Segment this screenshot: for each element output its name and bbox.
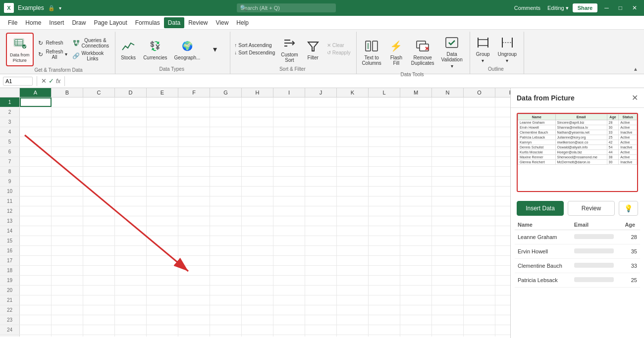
cell[interactable] (337, 325, 369, 335)
cell[interactable] (495, 246, 510, 255)
cell[interactable] (495, 305, 510, 315)
cell[interactable] (20, 305, 52, 315)
editing-button[interactable]: Editing ▾ (547, 5, 569, 11)
cell[interactable] (432, 286, 464, 295)
col-header-M[interactable]: M (400, 88, 432, 97)
cell[interactable] (464, 246, 495, 255)
cell[interactable] (52, 276, 83, 285)
cell[interactable] (242, 246, 273, 255)
cell[interactable] (273, 325, 305, 335)
cell[interactable] (337, 236, 369, 245)
cell[interactable] (305, 187, 337, 196)
cell[interactable] (20, 256, 52, 265)
cell[interactable] (210, 107, 242, 117)
cell[interactable] (210, 147, 242, 156)
cell[interactable] (305, 226, 337, 236)
cell[interactable] (52, 107, 83, 117)
cell[interactable] (464, 266, 495, 275)
col-header-B[interactable]: B (52, 88, 83, 97)
cell[interactable] (115, 246, 147, 255)
cell[interactable] (20, 246, 52, 255)
cell[interactable] (369, 286, 400, 295)
cell[interactable] (464, 206, 495, 216)
cell[interactable] (432, 137, 464, 146)
cell[interactable] (432, 325, 464, 335)
cell[interactable] (83, 206, 115, 216)
sort-descending-button[interactable]: ↓ Sort Descending (232, 49, 277, 56)
cell[interactable] (432, 147, 464, 156)
cell[interactable] (273, 97, 305, 107)
cell[interactable] (52, 236, 83, 245)
cell[interactable] (115, 325, 147, 335)
cell[interactable] (178, 335, 210, 337)
currencies-button[interactable]: 💱 Currencies (140, 36, 170, 62)
window-close-icon[interactable]: ✕ (629, 4, 640, 11)
cell[interactable] (273, 157, 305, 166)
cell[interactable] (147, 335, 178, 337)
cell[interactable] (210, 246, 242, 255)
cell[interactable] (495, 117, 510, 127)
cell[interactable] (400, 276, 432, 285)
cell[interactable] (305, 305, 337, 315)
cell[interactable] (210, 177, 242, 186)
cell[interactable] (495, 295, 510, 305)
cell[interactable] (369, 137, 400, 146)
cell[interactable] (305, 107, 337, 117)
cell[interactable] (178, 216, 210, 226)
cell[interactable] (242, 117, 273, 127)
cell[interactable] (115, 335, 147, 337)
cell[interactable] (369, 216, 400, 226)
cell[interactable] (242, 107, 273, 117)
cell[interactable] (369, 335, 400, 337)
cell[interactable] (337, 315, 369, 325)
cell[interactable] (400, 147, 432, 156)
cell[interactable] (400, 305, 432, 315)
cell[interactable] (147, 206, 178, 216)
menu-page-layout[interactable]: Page Layout (90, 17, 131, 28)
cell[interactable] (400, 256, 432, 265)
cell[interactable] (52, 295, 83, 305)
cell[interactable] (400, 97, 432, 107)
cell[interactable] (400, 236, 432, 245)
cell[interactable] (242, 315, 273, 325)
cell[interactable] (305, 127, 337, 137)
cell[interactable] (305, 117, 337, 127)
cell[interactable] (115, 206, 147, 216)
cell[interactable] (432, 226, 464, 236)
cell[interactable] (20, 295, 52, 305)
cell[interactable] (273, 187, 305, 196)
cell[interactable] (52, 147, 83, 156)
cell[interactable] (115, 137, 147, 146)
cell[interactable] (337, 335, 369, 337)
cell[interactable] (147, 266, 178, 275)
cell[interactable] (369, 97, 400, 107)
formula-fx-icon[interactable]: fx (56, 78, 60, 85)
formula-cancel-icon[interactable]: ✕ (41, 77, 47, 85)
cell-reference-input[interactable] (3, 77, 33, 86)
cell[interactable] (147, 117, 178, 127)
cell[interactable] (20, 157, 52, 166)
cell[interactable] (52, 196, 83, 206)
cell[interactable] (210, 137, 242, 146)
cell[interactable] (242, 276, 273, 285)
cell[interactable] (52, 97, 83, 107)
cell[interactable] (242, 286, 273, 295)
cell[interactable] (20, 147, 52, 156)
cell[interactable] (242, 97, 273, 107)
menu-data[interactable]: Data (164, 17, 184, 28)
cell[interactable] (20, 187, 52, 196)
cell[interactable] (147, 325, 178, 335)
cell[interactable] (83, 286, 115, 295)
cell[interactable] (337, 286, 369, 295)
cell[interactable] (337, 226, 369, 236)
cell[interactable] (432, 107, 464, 117)
cell[interactable] (178, 187, 210, 196)
menu-draw[interactable]: Draw (68, 17, 90, 28)
cell[interactable] (178, 177, 210, 186)
menu-insert[interactable]: Insert (45, 17, 68, 28)
cell[interactable] (20, 216, 52, 226)
cell[interactable] (20, 97, 52, 107)
queries-connections-button[interactable]: Queries &Connections (70, 37, 111, 49)
cell[interactable] (178, 226, 210, 236)
cell[interactable] (432, 236, 464, 245)
